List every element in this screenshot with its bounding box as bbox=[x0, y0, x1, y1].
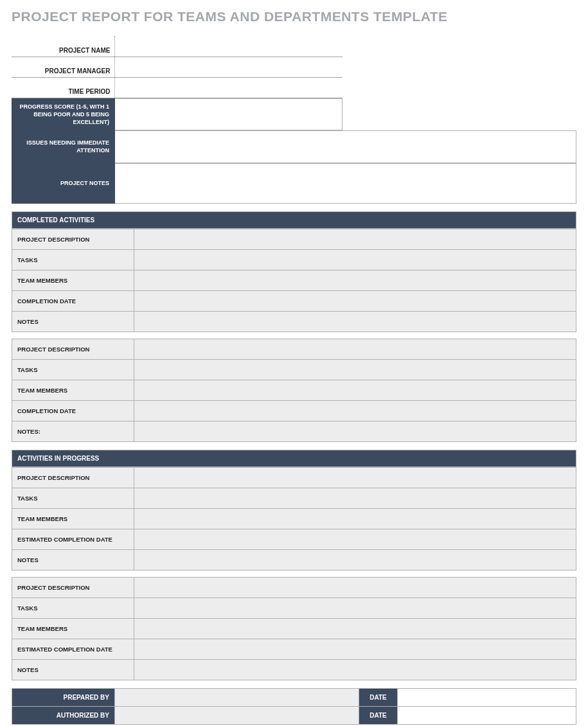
team-members-label: TEAM MEMBERS bbox=[12, 508, 134, 529]
notes-input[interactable] bbox=[134, 311, 576, 332]
team-members-input[interactable] bbox=[134, 380, 576, 400]
project-description-input[interactable] bbox=[134, 577, 576, 598]
completed-activities-header: COMPLETED ACTIVITIES bbox=[12, 211, 576, 229]
notes-label: NOTES: bbox=[12, 421, 134, 441]
completion-date-input[interactable] bbox=[134, 290, 576, 311]
team-members-label: TEAM MEMBERS bbox=[12, 270, 134, 290]
est-completion-date-input[interactable] bbox=[134, 639, 576, 659]
project-description-label: PROJECT DESCRIPTION bbox=[12, 577, 134, 598]
tasks-input[interactable] bbox=[134, 249, 576, 270]
completion-date-label: COMPLETION DATE bbox=[12, 290, 134, 311]
page-title: PROJECT REPORT FOR TEAMS AND DEPARTMENTS… bbox=[12, 9, 576, 24]
tasks-label: TASKS bbox=[12, 249, 134, 270]
est-completion-date-label: ESTIMATED COMPLETION DATE bbox=[12, 529, 134, 549]
time-period-label: TIME PERIOD bbox=[12, 77, 114, 98]
issues-label: ISSUES NEEDING IMMEDIATE ATTENTION bbox=[12, 130, 115, 163]
notes-label: NOTES bbox=[12, 549, 134, 570]
notes-label: NOTES bbox=[12, 311, 134, 332]
prepared-date-input[interactable] bbox=[398, 688, 576, 706]
completion-date-input[interactable] bbox=[134, 400, 576, 421]
team-members-input[interactable] bbox=[134, 508, 576, 529]
notes-label: NOTES bbox=[12, 659, 134, 680]
prepared-by-label: PREPARED BY bbox=[12, 688, 115, 706]
notes-input[interactable] bbox=[134, 421, 576, 441]
project-notes-input[interactable] bbox=[115, 163, 576, 203]
authorized-by-input[interactable] bbox=[115, 706, 359, 724]
tasks-input[interactable] bbox=[134, 598, 576, 618]
project-info-table: PROJECT NAME PROJECT MANAGER TIME PERIOD bbox=[12, 36, 343, 98]
signoff-table: PREPARED BY DATE AUTHORIZED BY DATE bbox=[12, 688, 576, 725]
est-completion-date-input[interactable] bbox=[134, 529, 576, 549]
authorized-by-label: AUTHORIZED BY bbox=[12, 706, 115, 724]
completion-date-label: COMPLETION DATE bbox=[12, 400, 134, 421]
progress-score-input[interactable] bbox=[115, 98, 343, 130]
team-members-input[interactable] bbox=[134, 618, 576, 639]
progress-score-label: PROGRESS SCORE (1-5, WITH 1 BEING POOR A… bbox=[12, 98, 115, 130]
project-manager-input[interactable] bbox=[115, 57, 343, 77]
est-completion-date-label: ESTIMATED COMPLETION DATE bbox=[12, 639, 134, 659]
project-name-input[interactable] bbox=[115, 36, 343, 57]
project-description-input[interactable] bbox=[134, 339, 576, 359]
project-description-input[interactable] bbox=[134, 229, 576, 249]
in-progress-activity-2: PROJECT DESCRIPTION TASKS TEAM MEMBERS E… bbox=[12, 577, 576, 680]
in-progress-activity-1: PROJECT DESCRIPTION TASKS TEAM MEMBERS E… bbox=[12, 467, 576, 571]
completed-activity-1: PROJECT DESCRIPTION TASKS TEAM MEMBERS C… bbox=[12, 229, 576, 332]
project-description-input[interactable] bbox=[134, 467, 576, 488]
notes-input[interactable] bbox=[134, 549, 576, 570]
prepared-date-label: DATE bbox=[359, 688, 398, 706]
team-members-label: TEAM MEMBERS bbox=[12, 380, 134, 400]
tasks-input[interactable] bbox=[134, 359, 576, 380]
tasks-label: TASKS bbox=[12, 488, 134, 508]
project-notes-label: PROJECT NOTES bbox=[12, 163, 115, 203]
issues-input[interactable] bbox=[115, 130, 576, 163]
project-description-label: PROJECT DESCRIPTION bbox=[12, 467, 134, 488]
notes-input[interactable] bbox=[134, 659, 576, 680]
completed-activity-2: PROJECT DESCRIPTION TASKS TEAM MEMBERS C… bbox=[12, 339, 576, 442]
project-description-label: PROJECT DESCRIPTION bbox=[12, 339, 134, 359]
authorized-date-label: DATE bbox=[359, 706, 398, 724]
project-name-label: PROJECT NAME bbox=[12, 36, 114, 57]
team-members-label: TEAM MEMBERS bbox=[12, 618, 134, 639]
team-members-input[interactable] bbox=[134, 270, 576, 290]
tasks-label: TASKS bbox=[12, 598, 134, 618]
tasks-label: TASKS bbox=[12, 359, 134, 380]
activities-in-progress-header: ACTIVITIES IN PROGRESS bbox=[12, 450, 576, 467]
authorized-date-input[interactable] bbox=[398, 706, 576, 724]
project-description-label: PROJECT DESCRIPTION bbox=[12, 229, 134, 249]
tasks-input[interactable] bbox=[134, 488, 576, 508]
project-manager-label: PROJECT MANAGER bbox=[12, 57, 114, 77]
time-period-input[interactable] bbox=[115, 77, 343, 98]
prepared-by-input[interactable] bbox=[115, 688, 359, 706]
